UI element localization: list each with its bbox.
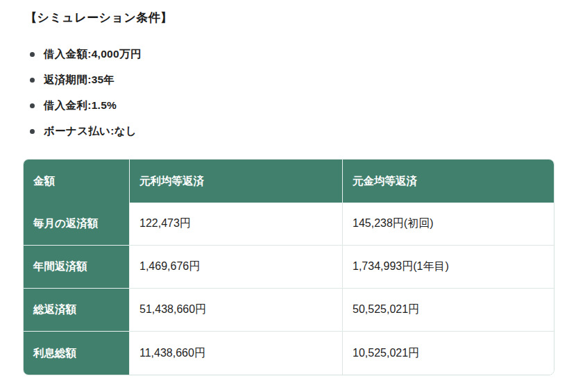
bullet-icon [30,78,35,83]
cell-value: 10,525,021円 [343,332,554,375]
condition-item: ボーナス払い:なし [23,125,553,138]
table-row: 毎月の返済額 122,473円 145,238円(初回) [24,203,554,246]
condition-text: ボーナス払い:なし [44,124,137,139]
column-header-amount: 金額 [24,160,130,203]
table-row: 利息総額 11,438,660円 10,525,021円 [24,332,554,375]
cell-value: 122,473円 [130,203,343,246]
condition-item: 借入金額:4,000万円 [23,48,553,61]
section-heading: 【シミュレーション条件】 [23,10,553,26]
bullet-icon [30,129,35,134]
table-header-row: 金額 元利均等返済 元金均等返済 [24,160,554,203]
table-row: 年間返済額 1,469,676円 1,734,993円(1年目) [24,246,554,289]
cell-value: 1,469,676円 [130,246,343,289]
condition-text: 返済期間:35年 [44,73,115,87]
row-header-total-repayment: 総返済額 [24,289,130,332]
cell-value: 51,438,660円 [130,289,343,332]
cell-value: 11,438,660円 [130,332,343,375]
row-header-total-interest: 利息総額 [24,332,130,375]
bullet-icon [30,103,35,108]
condition-item: 返済期間:35年 [23,74,553,87]
simulation-table: 金額 元利均等返済 元金均等返済 毎月の返済額 122,473円 145,238… [23,159,554,375]
conditions-list: 借入金額:4,000万円 返済期間:35年 借入金利:1.5% ボーナス払い:な… [23,48,553,138]
cell-value: 1,734,993円(1年目) [343,246,554,289]
condition-text: 借入金利:1.5% [44,99,117,113]
condition-item: 借入金利:1.5% [23,99,553,112]
row-header-annual-payment: 年間返済額 [24,246,130,289]
bullet-icon [30,52,35,57]
row-header-monthly-payment: 毎月の返済額 [24,203,130,246]
cell-value: 50,525,021円 [343,289,554,332]
table-row: 総返済額 51,438,660円 50,525,021円 [24,289,554,332]
condition-text: 借入金額:4,000万円 [44,47,142,62]
column-header-equal-principal: 元金均等返済 [343,160,554,203]
cell-value: 145,238円(初回) [343,203,554,246]
column-header-equal-payment: 元利均等返済 [130,160,343,203]
article-section: 【シミュレーション条件】 借入金額:4,000万円 返済期間:35年 借入金利:… [0,0,576,375]
